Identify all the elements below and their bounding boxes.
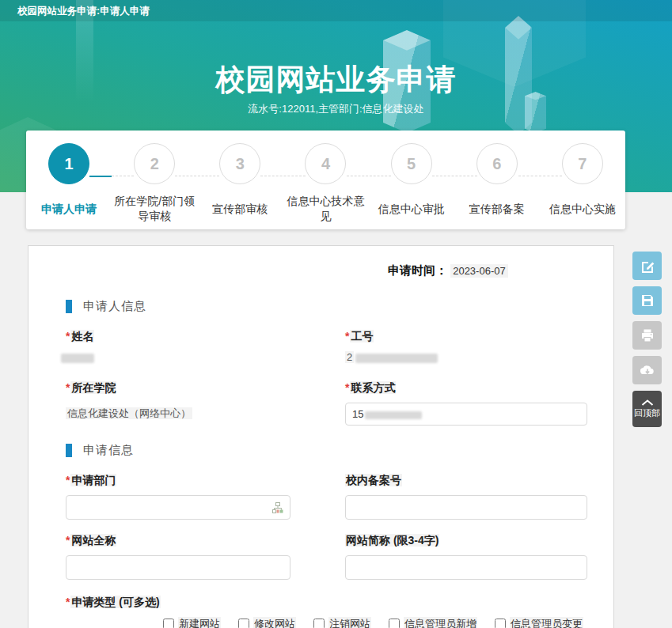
page: 校园网站业务申请:申请人申请 校园网站业务申请 流水号:122011,主管部门:… <box>0 0 672 628</box>
step-4-tech-opinion: 4 信息中心技术意见 <box>283 143 368 226</box>
department-field: *申请部门 <box>66 474 345 520</box>
record-number-label: 校内备案号 <box>345 474 587 488</box>
record-number-input[interactable] <box>345 495 587 520</box>
workflow-stepper: 1 申请人申请 2 所在学院/部门领导审核 3 宣传部审核 4 信息中心技术意见… <box>26 131 625 229</box>
edit-button[interactable] <box>632 252 662 280</box>
employee-id-value: 2 <box>345 351 587 365</box>
step-3-label: 宣传部审核 <box>212 191 268 226</box>
employee-id-label: *工号 <box>345 330 587 344</box>
site-shortname-input[interactable] <box>345 555 587 580</box>
back-to-top-label: 回顶部 <box>634 407 660 419</box>
site-fullname-input[interactable] <box>66 555 290 580</box>
step-7-circle: 7 <box>562 143 603 184</box>
checkbox-modify-site[interactable]: 修改网站 <box>238 617 296 628</box>
download-button[interactable] <box>632 356 662 384</box>
name-label: *姓名 <box>66 330 345 344</box>
redacted-phone <box>365 411 422 419</box>
page-subtitle: 流水号:122011,主管部门:信息化建设处 <box>0 102 672 116</box>
college-value: 信息化建设处（网络中心） <box>66 407 345 421</box>
site-fullname-label: *网站全称 <box>66 534 345 548</box>
print-button[interactable] <box>632 321 662 350</box>
step-6-publicity-record: 6 宣传部备案 <box>454 143 540 226</box>
step-1-applicant: 1 申请人申请 <box>26 143 112 226</box>
step-4-circle: 4 <box>305 143 346 184</box>
edit-icon <box>640 259 655 274</box>
checkbox-admin-change[interactable]: 信息管理员变更 <box>495 617 583 628</box>
department-label: *申请部门 <box>66 474 345 488</box>
checkbox-admin-add[interactable]: 信息管理员新增 <box>389 617 477 628</box>
site-shortname-label: 网站简称 (限3-4字) <box>345 534 587 548</box>
apply-type-label: *申请类型 (可多选) <box>66 596 587 610</box>
section-bar-icon <box>66 444 72 457</box>
step-5-infocenter-approval: 5 信息中心审批 <box>369 143 454 226</box>
apply-time-label: 申请时间： <box>388 263 447 277</box>
step-5-circle: 5 <box>391 143 432 184</box>
contact-field: *联系方式 15 <box>345 381 587 426</box>
record-number-field: 校内备案号 <box>345 474 587 520</box>
contact-label: *联系方式 <box>345 381 587 395</box>
checkbox-new-site-box[interactable] <box>163 619 174 628</box>
applicant-info-section-header: 申请人信息 <box>66 299 587 314</box>
apply-time: 申请时间： 2023-06-07 <box>388 263 587 278</box>
save-icon <box>640 293 655 308</box>
step-1-circle: 1 <box>48 143 89 184</box>
cloud-download-icon <box>640 363 655 377</box>
contact-input[interactable]: 15 <box>345 403 587 426</box>
name-field: *姓名 <box>66 330 345 365</box>
apply-type-field: *申请类型 (可多选) 新建网站 修改网站 注销网站 信息管理员新增 信息管理员… <box>66 596 587 628</box>
department-picker-icon[interactable] <box>271 501 284 514</box>
step-3-circle: 3 <box>219 143 260 184</box>
save-button[interactable] <box>632 286 662 315</box>
site-shortname-field: 网站简称 (限3-4字) <box>345 534 587 580</box>
breadcrumb-bar: 校园网站业务申请:申请人申请 <box>0 0 672 21</box>
redacted-employee-id <box>355 354 438 363</box>
step-5-label: 信息中心审批 <box>378 191 445 226</box>
checkbox-new-site[interactable]: 新建网站 <box>163 617 221 628</box>
checkbox-cancel-site-box[interactable] <box>313 619 325 628</box>
step-7-label: 信息中心实施 <box>549 191 616 226</box>
back-to-top-button[interactable]: 回顶部 <box>632 391 662 427</box>
name-value <box>66 351 345 365</box>
step-3-publicity-review: 3 宣传部审核 <box>197 143 283 226</box>
step-6-circle: 6 <box>476 143 518 184</box>
redacted-name <box>61 354 94 363</box>
application-form: 申请时间： 2023-06-07 申请人信息 *姓名 *工号 2 *所在学院 信… <box>28 245 614 628</box>
checkbox-admin-add-box[interactable] <box>389 619 400 628</box>
breadcrumb: 校园网站业务申请:申请人申请 <box>17 5 150 18</box>
section-bar-icon <box>66 300 72 313</box>
apply-time-value: 2023-06-07 <box>450 264 508 278</box>
printer-icon <box>640 328 655 342</box>
step-1-label: 申请人申请 <box>41 191 97 226</box>
checkbox-cancel-site[interactable]: 注销网站 <box>313 617 371 628</box>
applicant-section-title: 申请人信息 <box>83 299 146 314</box>
checkbox-admin-change-box[interactable] <box>495 619 506 628</box>
step-2-college-leader-review: 2 所在学院/部门领导审核 <box>112 143 197 226</box>
request-section-title: 申请信息 <box>83 443 134 458</box>
step-2-circle: 2 <box>134 143 175 184</box>
step-7-implementation: 7 信息中心实施 <box>540 143 625 226</box>
request-info-section-header: 申请信息 <box>66 443 587 458</box>
site-fullname-field: *网站全称 <box>66 534 345 580</box>
step-6-label: 宣传部备案 <box>469 191 525 226</box>
chevron-up-icon <box>641 399 654 406</box>
checkbox-modify-site-box[interactable] <box>238 619 249 628</box>
floating-action-bar: 回顶部 <box>632 252 662 433</box>
college-label: *所在学院 <box>66 381 345 395</box>
page-title: 校园网站业务申请 <box>0 60 672 100</box>
step-2-label: 所在学院/部门领导审核 <box>113 191 196 226</box>
department-input[interactable] <box>66 495 290 520</box>
apply-type-options: 新建网站 修改网站 注销网站 信息管理员新增 信息管理员变更 <box>163 617 587 628</box>
step-4-label: 信息中心技术意见 <box>284 191 366 226</box>
college-field: *所在学院 信息化建设处（网络中心） <box>66 381 345 426</box>
employee-id-field: *工号 2 <box>345 330 587 365</box>
